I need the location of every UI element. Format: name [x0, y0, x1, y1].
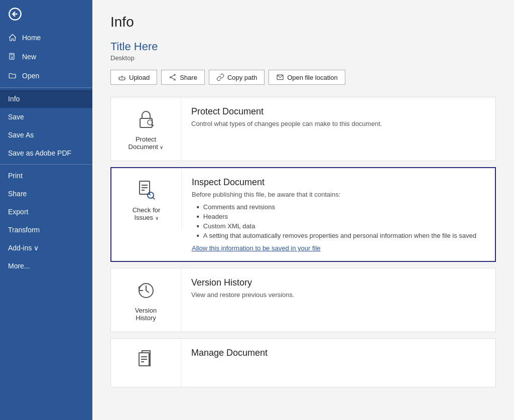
- open-location-label: Open file location: [287, 74, 337, 81]
- version-icon-area[interactable]: VersionHistory: [111, 268, 181, 332]
- sidebar-item-share[interactable]: Share: [0, 185, 92, 203]
- inspect-list-item-3: A setting that automatically removes pro…: [197, 232, 485, 239]
- inspect-list-item-2: Custom XML data: [197, 222, 485, 230]
- sidebar-label-transform: Transform: [8, 226, 40, 234]
- svg-line-19: [153, 197, 155, 199]
- sidebar-item-export[interactable]: Export: [0, 203, 92, 221]
- back-icon: [8, 7, 22, 21]
- protect-icon-label: ProtectDocument ∨: [128, 135, 164, 151]
- version-icon-label: VersionHistory: [135, 307, 157, 322]
- sidebar-label-save-as: Save As: [8, 131, 34, 139]
- sidebar-divider-1: [0, 87, 92, 88]
- sidebar-item-addins[interactable]: Add-ins ∨: [0, 239, 92, 257]
- back-button[interactable]: [0, 0, 92, 28]
- inspect-list: Comments and revisions Headers Custom XM…: [197, 203, 485, 239]
- document-title: Title Here: [110, 40, 496, 53]
- upload-label: Upload: [129, 74, 150, 81]
- sidebar-label-print: Print: [8, 172, 23, 180]
- sidebar-item-save-as[interactable]: Save As: [0, 126, 92, 144]
- svg-point-6: [170, 77, 172, 78]
- document-location: Desktop: [110, 54, 496, 62]
- inspect-desc: Before publishing this file, be aware th…: [192, 191, 485, 198]
- share-button[interactable]: Share: [161, 70, 205, 85]
- protect-icon-area[interactable]: ProtectDocument ∨: [111, 97, 181, 161]
- copy-path-icon: [216, 73, 224, 81]
- inspect-section: Check forIssues ∨ Inspect Document Befor…: [110, 167, 496, 262]
- protect-section: ProtectDocument ∨ Protect Document Contr…: [110, 97, 496, 161]
- main-content: Info Title Here Desktop Upload Share: [92, 0, 514, 420]
- sidebar: Home New Open Info Save Save As: [0, 0, 92, 420]
- sidebar-nav: Home New Open Info Save Save As: [0, 28, 92, 275]
- manage-heading: Manage Document: [191, 348, 485, 358]
- manage-section: Manage Document: [110, 338, 496, 387]
- share-icon: [169, 73, 177, 81]
- manage-content: Manage Document: [181, 339, 495, 370]
- manage-icon-area[interactable]: [111, 339, 181, 387]
- sidebar-item-transform[interactable]: Transform: [0, 221, 92, 239]
- svg-point-5: [174, 74, 176, 76]
- sidebar-item-info[interactable]: Info: [0, 90, 92, 108]
- version-heading: Version History: [191, 277, 485, 288]
- inspect-list-item-0: Comments and revisions: [197, 203, 485, 211]
- sidebar-label-info: Info: [8, 95, 20, 103]
- sidebar-label-save: Save: [8, 113, 24, 121]
- sidebar-label-open: Open: [22, 72, 39, 80]
- svg-point-7: [174, 79, 176, 80]
- new-icon: [8, 52, 17, 61]
- sidebar-divider-2: [0, 164, 92, 165]
- inspect-heading: Inspect Document: [192, 177, 485, 188]
- protect-desc: Control what types of changes people can…: [191, 120, 485, 127]
- sidebar-label-home: Home: [22, 34, 41, 42]
- protect-heading: Protect Document: [191, 106, 485, 117]
- open-icon: [8, 71, 17, 80]
- version-desc: View and restore previous versions.: [191, 291, 485, 299]
- upload-icon: [118, 73, 126, 81]
- sidebar-label-share: Share: [8, 190, 27, 198]
- sidebar-item-open[interactable]: Open: [0, 66, 92, 85]
- open-location-icon: [276, 73, 284, 81]
- home-icon: [8, 33, 17, 42]
- version-content: Version History View and restore previou…: [181, 268, 495, 310]
- inspect-list-item-1: Headers: [197, 213, 485, 220]
- protect-icon: [134, 107, 158, 131]
- manage-icon: [134, 349, 158, 373]
- copy-path-label: Copy path: [227, 74, 257, 81]
- inspect-icon: [135, 178, 159, 202]
- sidebar-label-new: New: [22, 53, 36, 61]
- open-location-button[interactable]: Open file location: [269, 70, 345, 85]
- sidebar-label-save-adobe: Save as Adobe PDF: [8, 149, 71, 157]
- action-buttons-bar: Upload Share Copy path Ope: [110, 70, 496, 85]
- sidebar-label-more: More...: [8, 262, 30, 270]
- sidebar-label-addins: Add-ins ∨: [8, 244, 39, 252]
- protect-content: Protect Document Control what types of c…: [181, 97, 495, 138]
- sidebar-item-save-adobe[interactable]: Save as Adobe PDF: [0, 144, 92, 162]
- sidebar-item-new[interactable]: New: [0, 47, 92, 66]
- inspect-allow-link[interactable]: Allow this information to be saved in yo…: [192, 244, 485, 252]
- sidebar-item-save[interactable]: Save: [0, 108, 92, 126]
- version-section: VersionHistory Version History View and …: [110, 268, 496, 332]
- page-title: Info: [110, 14, 496, 30]
- version-icon: [134, 278, 158, 303]
- svg-line-9: [172, 75, 174, 77]
- sidebar-item-print[interactable]: Print: [0, 167, 92, 185]
- svg-line-8: [172, 78, 174, 79]
- sidebar-item-more[interactable]: More...: [0, 257, 92, 275]
- upload-button[interactable]: Upload: [110, 70, 157, 85]
- inspect-icon-area[interactable]: Check forIssues ∨: [111, 168, 182, 231]
- inspect-icon-label: Check forIssues ∨: [133, 206, 161, 221]
- sidebar-label-export: Export: [8, 208, 28, 216]
- sidebar-item-home[interactable]: Home: [0, 28, 92, 47]
- inspect-content: Inspect Document Before publishing this …: [182, 168, 495, 261]
- share-label: Share: [180, 74, 197, 81]
- copy-path-button[interactable]: Copy path: [209, 70, 265, 85]
